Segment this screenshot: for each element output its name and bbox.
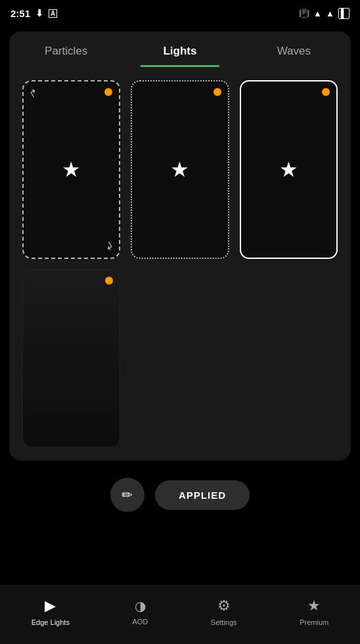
orange-dot-1 — [104, 88, 112, 96]
nav-item-aod[interactable]: ◑ AOD — [132, 598, 148, 626]
signal-icon: ▲ — [326, 9, 334, 18]
status-right: 📳 ▲ ▲ ▌ — [299, 8, 349, 19]
star-icon-3: ★ — [279, 157, 298, 182]
tab-particles[interactable]: Particles — [9, 32, 123, 67]
wifi-icon: ▲ — [313, 9, 322, 18]
arrow-tl-icon: ↱ — [26, 85, 40, 101]
font-icon: A — [49, 9, 57, 18]
tabs-bar: Particles Lights Waves — [9, 32, 351, 67]
main-container: Particles Lights Waves ↱ ★ ↱ ★ ★ — [9, 32, 351, 461]
arrow-br-icon: ↱ — [102, 239, 116, 254]
light-card-2[interactable]: ★ — [131, 80, 229, 259]
orange-dot-3 — [322, 88, 330, 96]
nav-item-settings[interactable]: ⚙ Settings — [211, 597, 237, 626]
orange-dot-2 — [214, 88, 221, 96]
edge-lights-icon: ▶ — [45, 597, 56, 614]
download-icon: ⬇ — [35, 8, 43, 18]
nav-label-edge-lights: Edge Lights — [32, 618, 70, 626]
orange-dot-4 — [105, 277, 113, 285]
light-card-1[interactable]: ↱ ★ ↱ — [22, 80, 120, 259]
tab-waves[interactable]: Waves — [237, 32, 351, 67]
nav-label-aod: AOD — [132, 618, 148, 626]
light-card-3[interactable]: ★ — [240, 80, 338, 259]
edit-icon: ✏ — [122, 487, 133, 503]
premium-icon: ★ — [307, 597, 321, 614]
edit-button[interactable]: ✏ — [110, 478, 145, 512]
nav-label-settings: Settings — [211, 618, 237, 626]
vibrate-icon: 📳 — [299, 9, 309, 18]
status-bar: 2:51 ⬇ A 📳 ▲ ▲ ▌ — [0, 0, 360, 26]
tab-lights[interactable]: Lights — [123, 32, 236, 67]
bottom-nav: ▶ Edge Lights ◑ AOD ⚙ Settings ★ Premium — [0, 585, 360, 644]
action-buttons: ✏ APPLIED — [0, 478, 360, 512]
settings-icon: ⚙ — [217, 597, 231, 614]
applied-button[interactable]: APPLIED — [155, 480, 250, 510]
time-display: 2:51 — [11, 8, 30, 19]
nav-label-premium: Premium — [300, 618, 328, 626]
cards-grid-row2 — [9, 259, 351, 448]
star-icon-2: ★ — [170, 157, 189, 182]
light-card-4[interactable] — [22, 269, 120, 448]
nav-item-premium[interactable]: ★ Premium — [300, 597, 328, 626]
star-icon-1: ★ — [62, 157, 81, 182]
battery-icon: ▌ — [338, 8, 349, 19]
nav-item-edge-lights[interactable]: ▶ Edge Lights — [32, 597, 70, 626]
status-left: 2:51 ⬇ A — [11, 8, 57, 19]
cards-grid-row1: ↱ ★ ↱ ★ ★ — [9, 67, 351, 259]
aod-icon: ◑ — [135, 598, 146, 614]
